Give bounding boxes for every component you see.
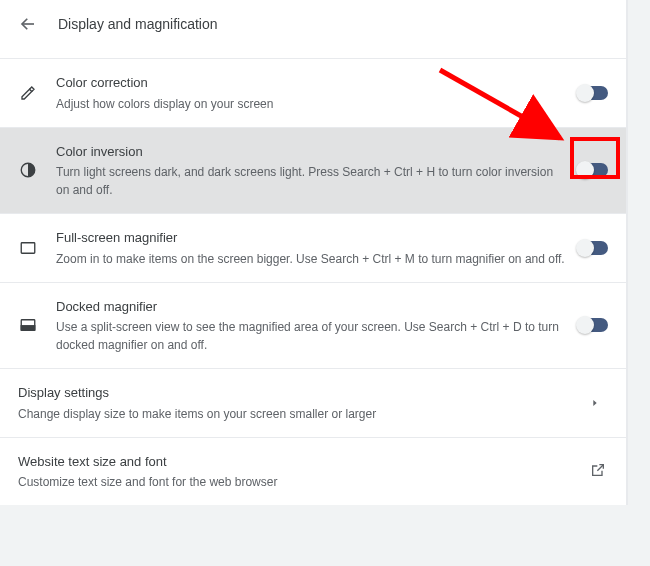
row-desc: Turn light screens dark, and dark screen… xyxy=(56,163,568,199)
row-title: Docked magnifier xyxy=(56,297,568,317)
toggle-docked-magnifier[interactable] xyxy=(578,318,608,332)
toggle-color-correction[interactable] xyxy=(578,86,608,100)
row-desc: Use a split-screen view to see the magni… xyxy=(56,318,568,354)
row-color-inversion[interactable]: Color inversion Turn light screens dark,… xyxy=(0,127,626,214)
row-title: Display settings xyxy=(18,383,580,403)
svg-rect-4 xyxy=(21,326,35,331)
page-title: Display and magnification xyxy=(58,16,218,32)
back-arrow-icon[interactable] xyxy=(18,14,38,34)
row-title: Color inversion xyxy=(56,142,568,162)
row-title: Website text size and font xyxy=(18,452,580,472)
chevron-right-icon xyxy=(590,394,608,412)
toggle-color-inversion[interactable] xyxy=(578,163,608,177)
contrast-circle-icon xyxy=(18,160,38,180)
open-external-icon xyxy=(590,462,608,480)
fullscreen-icon xyxy=(18,238,38,258)
row-color-correction[interactable]: Color correction Adjust how colors displ… xyxy=(0,58,626,127)
svg-rect-2 xyxy=(21,243,35,254)
row-title: Full-screen magnifier xyxy=(56,228,568,248)
row-desc: Customize text size and font for the web… xyxy=(18,473,580,491)
row-docked-magnifier[interactable]: Docked magnifier Use a split-screen view… xyxy=(0,282,626,369)
row-display-settings[interactable]: Display settings Change display size to … xyxy=(0,368,626,437)
eyedropper-icon xyxy=(18,83,38,103)
row-desc: Zoom in to make items on the screen bigg… xyxy=(56,250,568,268)
row-desc: Change display size to make items on you… xyxy=(18,405,580,423)
toggle-fullscreen-magnifier[interactable] xyxy=(578,241,608,255)
row-title: Color correction xyxy=(56,73,568,93)
row-fullscreen-magnifier[interactable]: Full-screen magnifier Zoom in to make it… xyxy=(0,213,626,282)
row-desc: Adjust how colors display on your screen xyxy=(56,95,568,113)
docked-icon xyxy=(18,315,38,335)
svg-line-5 xyxy=(597,465,603,471)
row-website-text[interactable]: Website text size and font Customize tex… xyxy=(0,437,626,506)
